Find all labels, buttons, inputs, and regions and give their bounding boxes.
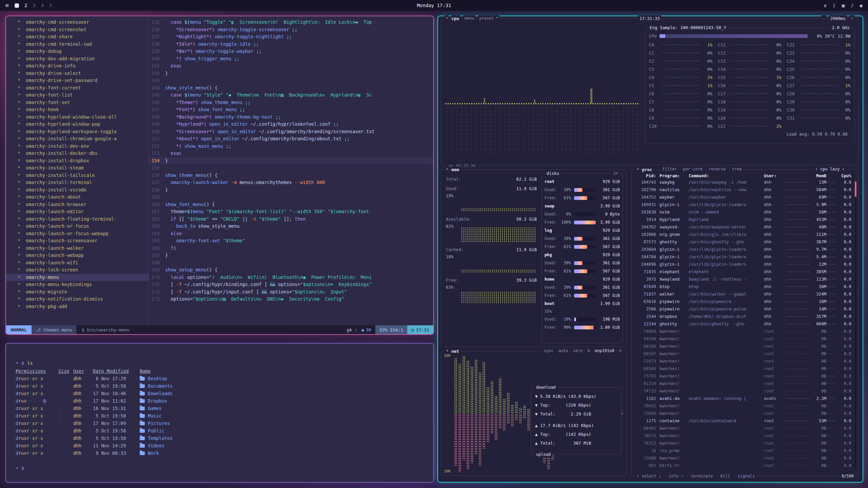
tree-item[interactable]: *omarchy-launch-or-focus-webapp bbox=[6, 230, 149, 238]
process-row[interactable]: 104743swaybg/usr/bin/swaybg -i /homdhh13… bbox=[632, 179, 858, 186]
tree-item[interactable]: *omarchy-notification-dismiss bbox=[6, 296, 149, 303]
network-arrows-icon[interactable]: ⇵ bbox=[824, 3, 827, 8]
process-row[interactable]: 102638nvimnvim --embed .dhh56M0.0 bbox=[632, 208, 858, 216]
per-core-button[interactable]: per-core bbox=[682, 167, 704, 171]
code-line[interactable]: 154} bbox=[149, 157, 433, 165]
code-line[interactable]: 166 fi bbox=[149, 245, 433, 252]
code-line[interactable]: 145 case $(menu "Style" "◆ Theme\n≡ Font… bbox=[149, 92, 433, 99]
code-line[interactable]: 136 *Screensaver*) omarchy-toggle-screen… bbox=[149, 26, 433, 34]
workspace-4[interactable]: 4 bbox=[41, 3, 44, 8]
code-line[interactable]: 172 [ -f ~/.config/hypr/input.conf ] && … bbox=[149, 288, 433, 296]
code-line[interactable]: 160show_font_menu() { bbox=[149, 201, 433, 208]
code-line[interactable]: 161 theme=$(menu "Font" "$(omarchy-font-… bbox=[149, 208, 433, 216]
tree-item[interactable]: *omarchy-font-set bbox=[6, 99, 149, 106]
process-row[interactable]: 79032kworker/root0B0.0 bbox=[632, 402, 858, 410]
select-keys[interactable]: ↑ select ↓ bbox=[635, 474, 663, 479]
code-line[interactable]: 163 back_to show_style_menu bbox=[149, 223, 433, 230]
code-line[interactable]: 150 *Screensaver*) open_in_editor ~/.con… bbox=[149, 128, 433, 136]
process-row[interactable]: 2544dropbox/home/dhh/.dropbox-distdhh357… bbox=[632, 313, 858, 320]
interval-plus-button[interactable]: + bbox=[850, 16, 855, 21]
tree-item[interactable]: *omarchy-hyprland-workspace-toggle bbox=[6, 128, 149, 136]
code-line[interactable]: 153 esac bbox=[149, 150, 433, 157]
tree-item[interactable]: *omarchy-cmd-terminal-cwd bbox=[6, 41, 149, 48]
workspace-2[interactable]: 2 bbox=[24, 3, 27, 8]
tree-item[interactable]: *omarchy-pkg-add bbox=[6, 303, 149, 310]
tree-item[interactable]: *omarchy-lock-screen bbox=[6, 266, 149, 274]
code-line[interactable]: 169show_setup_menu() { bbox=[149, 266, 433, 274]
process-row[interactable]: 87649btopbtopdhh26M0.0 bbox=[632, 283, 858, 290]
tree-item[interactable]: *omarchy-install-terminal bbox=[6, 179, 149, 186]
net-zero-button[interactable]: zero bbox=[572, 348, 584, 353]
tree-item[interactable]: *omarchy-dev-add-migration bbox=[6, 55, 149, 63]
code-line[interactable]: 167} bbox=[149, 252, 433, 259]
tree-item[interactable]: *omarchy-launch-or-focus bbox=[6, 223, 149, 230]
menu-button[interactable]: menu bbox=[463, 16, 475, 21]
process-row[interactable]: 94540kworker/root0B0.0 bbox=[632, 335, 858, 343]
tree-item[interactable]: *omarchy-install-tailscale bbox=[6, 172, 149, 179]
process-scrollbar[interactable] bbox=[855, 181, 856, 467]
code-line[interactable]: 141 esac bbox=[149, 62, 433, 70]
code-line[interactable]: 171 [ -f ~/.config/hypr/bindings.conf ] … bbox=[149, 281, 433, 288]
code-line[interactable]: 144show_style_menu() { bbox=[149, 84, 433, 92]
column-program[interactable]: Program: bbox=[656, 173, 689, 178]
process-row[interactable]: 71837walker/usr/bin/walker --gappldhh324… bbox=[632, 290, 858, 298]
tree-item[interactable]: *omarchy-launch-about bbox=[6, 194, 149, 201]
code-line[interactable]: 168 bbox=[149, 259, 433, 267]
power-icon[interactable]: ◉ bbox=[860, 3, 863, 8]
code-line[interactable]: 156show_theme_menu() { bbox=[149, 172, 433, 179]
tree-item[interactable]: *omarchy-launch-wifi bbox=[6, 259, 149, 267]
tree-item[interactable]: *omarchy-debug bbox=[6, 48, 149, 55]
process-row[interactable]: 16rcu_preeroot0B0.0 bbox=[632, 447, 858, 454]
process-row[interactable]: 12244ghostty/usr/bin/ghostty --gtk-dhh86… bbox=[632, 320, 858, 328]
tree-item[interactable]: *omarchy-launch-screensaver bbox=[6, 237, 149, 245]
tree-button[interactable]: tree bbox=[731, 167, 743, 171]
tree-item[interactable]: *omarchy-launch-walker bbox=[6, 245, 149, 252]
process-row[interactable]: 76313kworker/root0B0.0 bbox=[632, 440, 858, 447]
process-row[interactable]: 104784glycin-i/usr/lib/glycin-loadersdhh… bbox=[632, 253, 858, 261]
tree-item[interactable]: *omarchy-drive-info bbox=[6, 62, 149, 70]
tree-item[interactable]: *omarchy-menu bbox=[6, 274, 149, 281]
tree-item[interactable]: *omarchy-menu-keybindings bbox=[6, 281, 149, 288]
tree-item[interactable]: *omarchy-cmd-screensaver bbox=[6, 19, 149, 26]
tree-item[interactable]: *omarchy-drive-select bbox=[6, 70, 149, 77]
column-cpu[interactable]: Cpu% bbox=[836, 173, 851, 178]
iface-prev-button[interactable]: b bbox=[586, 348, 591, 353]
process-row[interactable]: 72073kworker/root0B0.0 bbox=[632, 358, 858, 365]
code-line[interactable]: 146 *Theme*) show_theme_menu ;; bbox=[149, 99, 433, 106]
process-row[interactable]: 1162avahi-daavahi-daemon: running [avahi… bbox=[632, 395, 858, 402]
process-row[interactable]: 73656kworker/root0B0.0 bbox=[632, 410, 858, 417]
workspace-5[interactable]: 5 bbox=[49, 3, 52, 8]
process-row[interactable]: 68586kworker/root0B0.0 bbox=[632, 343, 858, 350]
tree-item[interactable]: *omarchy-cmd-share bbox=[6, 33, 149, 41]
code-line[interactable]: 137 *Nightlight*) omarchy-toggle-nightli… bbox=[149, 33, 433, 41]
tree-item[interactable]: *omarchy-install-vscode bbox=[6, 186, 149, 194]
code-line[interactable]: 155 bbox=[149, 164, 433, 172]
code-line[interactable]: 162 if [[ "$theme" == "CNCLD" || -z "$th… bbox=[149, 216, 433, 223]
process-row[interactable]: 2075XwaylandXwayland :1 -rootless -dhh11… bbox=[632, 276, 858, 283]
kill-button[interactable]: Kill bbox=[719, 474, 732, 479]
tree-item[interactable]: *omarchy-install-dev-env bbox=[6, 143, 149, 150]
code-line[interactable]: 165 omarchy-font-set "$theme" bbox=[149, 237, 433, 245]
code-line[interactable]: 152 *) show_main_menu ;; bbox=[149, 143, 433, 150]
terminal-prompt-line[interactable]: ~ ❯ bbox=[16, 464, 424, 472]
process-row[interactable]: 102796nautilus/usr/bin/nautilus --newdhh… bbox=[632, 186, 858, 194]
column-pid[interactable]: Pid: bbox=[635, 173, 656, 178]
scrollbar-thumb[interactable] bbox=[855, 181, 856, 197]
sort-selector[interactable]: ‹ cpu lazy › bbox=[813, 167, 847, 171]
process-row[interactable]: 68587kworker/root0B0.0 bbox=[632, 350, 858, 358]
tree-item[interactable]: *omarchy-install-docker-dbs bbox=[6, 150, 149, 157]
code-line[interactable]: 135 case $(menu "Toggle" "◐ Screensaver\… bbox=[149, 19, 433, 26]
launcher-icon[interactable]: ⊞ bbox=[5, 2, 8, 8]
tree-item[interactable]: *omarchy-launch-editor bbox=[6, 208, 149, 216]
interval-minus-button[interactable]: - bbox=[821, 16, 826, 21]
io-toggle-button[interactable]: io bbox=[612, 170, 619, 176]
code-line[interactable]: 147 *Font*) show_font_menu ;; bbox=[149, 106, 433, 114]
tree-item[interactable]: *omarchy-install-dropbox bbox=[6, 157, 149, 165]
tree-item[interactable]: *omarchy-migrate bbox=[6, 288, 149, 296]
code-line[interactable]: 148 *Background*) omarchy-theme-bg-next … bbox=[149, 114, 433, 121]
display-icon[interactable]: ▣ bbox=[842, 3, 845, 8]
process-row[interactable]: 81310kworker/root0B0.0 bbox=[632, 380, 858, 387]
tree-item[interactable]: *omarchy-hyprland-window-pop bbox=[6, 121, 149, 128]
tree-item[interactable]: *omarchy-hyprland-window-close-all bbox=[6, 114, 149, 121]
iface-next-button[interactable]: n bbox=[618, 348, 623, 353]
